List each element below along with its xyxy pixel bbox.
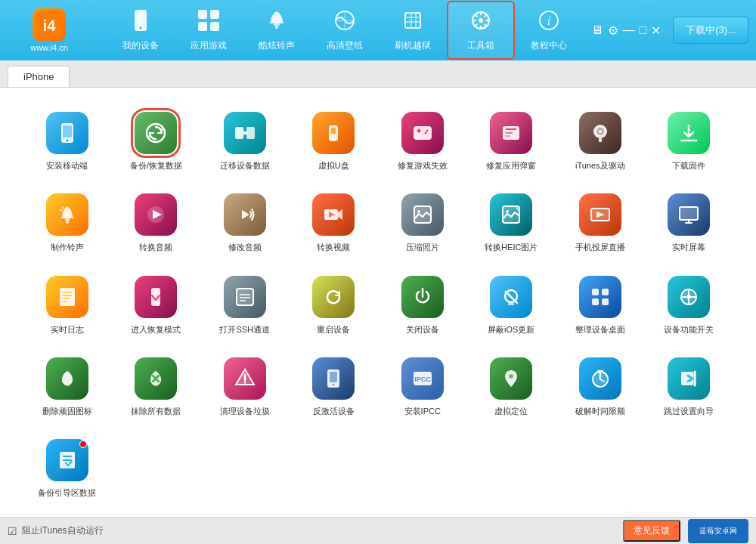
svg-point-9: [275, 26, 278, 29]
tool-ssh-tunnel[interactable]: 打开SSH通道: [200, 267, 290, 341]
fix-popup-label: 修复应用弹窗: [486, 160, 536, 171]
break-timelimit-label: 破解时间限额: [575, 406, 625, 416]
apps-nav-icon: [197, 8, 221, 36]
compress-photo-label: 压缩照片: [406, 242, 439, 252]
svg-rect-34: [235, 127, 243, 139]
tool-realtime-log[interactable]: 实时日志: [23, 267, 112, 341]
svg-rect-51: [599, 138, 602, 142]
tool-clean-junk[interactable]: 清理设备垃圾: [200, 348, 290, 422]
tool-delete-icon[interactable]: 删除顽固图标: [23, 348, 112, 422]
download-button[interactable]: 下载中(3)...: [673, 17, 748, 44]
tool-deactivate[interactable]: 反激活设备: [290, 348, 379, 422]
toolbox-nav-icon: [469, 8, 493, 36]
tool-restart-device[interactable]: 重启设备: [290, 267, 379, 341]
svg-rect-38: [330, 139, 336, 141]
main-content: 安装移动端备份/恢复数据迁移设备数据虚拟U盘修复游戏失效修复应用弹窗iTunes…: [0, 88, 756, 517]
convert-video-label: 转换视频: [317, 242, 350, 252]
tool-organize-desktop[interactable]: 整理设备桌面: [556, 267, 645, 341]
svg-point-110: [509, 374, 513, 379]
recovery-mode-icon: [135, 276, 177, 318]
close-window-icon[interactable]: ✕: [651, 23, 661, 38]
svg-rect-47: [505, 135, 510, 137]
tool-shutdown-device[interactable]: 关闭设备: [378, 267, 467, 341]
tool-compress-photo[interactable]: 压缩照片: [378, 184, 467, 258]
skip-setup-icon: [668, 357, 710, 400]
svg-point-54: [66, 221, 69, 224]
svg-point-107: [333, 384, 334, 385]
nav-item-apps[interactable]: 应用游戏: [175, 2, 243, 58]
svg-point-50: [599, 130, 602, 133]
minimize-icon[interactable]: 🖥: [591, 23, 603, 37]
tool-migrate[interactable]: 迁移设备数据: [200, 103, 290, 177]
nav-item-toolbox[interactable]: 工具箱: [447, 1, 515, 60]
virtual-usb-icon: [312, 112, 355, 154]
tool-backup-bootloader[interactable]: 备份引导区数据: [23, 430, 112, 504]
my-device-nav-label: 我的设备: [122, 39, 159, 52]
tool-install-ipcc[interactable]: IPCC安装IPCC: [378, 348, 467, 422]
tool-convert-video[interactable]: 转换视频: [290, 184, 379, 258]
virtual-usb-label: 虚拟U盘: [318, 160, 349, 171]
maximize-window-icon[interactable]: □: [640, 23, 647, 37]
tool-fix-popup[interactable]: 修复应用弹窗: [467, 103, 556, 177]
backup-bootloader-label: 备份引导区数据: [38, 487, 96, 498]
tool-erase-data[interactable]: 抹除所有数据: [112, 348, 201, 422]
svg-line-23: [475, 14, 477, 17]
jailbreak-nav-icon: [401, 8, 425, 36]
itunes-driver-icon: [579, 112, 621, 154]
nav-item-tutorial[interactable]: i教程中心: [515, 2, 583, 58]
svg-line-26: [475, 24, 477, 26]
download-firmware-icon: [668, 112, 710, 154]
svg-text:i4: i4: [43, 17, 57, 34]
svg-rect-90: [592, 289, 599, 295]
tool-device-switch[interactable]: 设备功能开关: [645, 267, 734, 341]
organize-desktop-icon: [579, 276, 621, 318]
make-ringtone-label: 制作铃声: [51, 242, 84, 252]
fix-audio-label: 修改音频: [228, 242, 262, 252]
svg-point-42: [426, 130, 428, 132]
tool-fix-audio[interactable]: 修改音频: [200, 184, 290, 258]
tool-fake-location[interactable]: 虚拟定位: [467, 348, 556, 422]
tool-install-app[interactable]: 安装移动端: [23, 103, 112, 177]
tool-virtual-usb[interactable]: 虚拟U盘: [290, 103, 379, 177]
tool-convert-audio[interactable]: 转换音频: [112, 184, 201, 258]
itunes-driver-label: iTunes及驱动: [575, 160, 625, 171]
backup-restore-label: 备份/恢复数据: [130, 160, 182, 171]
nav-item-wallpaper[interactable]: 高清壁纸: [311, 2, 379, 58]
svg-point-63: [417, 210, 420, 213]
clean-junk-icon: [224, 357, 266, 400]
tool-block-ios[interactable]: 屏蔽iOS更新: [467, 267, 556, 341]
tool-fix-games[interactable]: 修复游戏失效: [378, 103, 467, 177]
erase-data-label: 抹除所有数据: [131, 406, 181, 416]
tool-skip-setup[interactable]: 跳过设置向导: [645, 348, 734, 422]
svg-rect-39: [414, 126, 432, 140]
svg-text:i: i: [547, 14, 550, 27]
device-switch-icon: [668, 276, 710, 318]
tool-backup-restore[interactable]: 备份/恢复数据: [112, 103, 201, 177]
delete-icon-icon: [46, 357, 88, 400]
svg-line-25: [484, 14, 486, 17]
minimize-window-icon[interactable]: —: [623, 23, 635, 37]
realtime-screen-icon: [668, 193, 710, 236]
nav-item-ringtones[interactable]: 酷炫铃声: [243, 2, 311, 58]
svg-rect-106: [330, 372, 337, 382]
nav-item-my-device[interactable]: 我的设备: [107, 2, 175, 58]
tool-break-timelimit[interactable]: 破解时间限额: [556, 348, 645, 422]
settings-icon[interactable]: ⚙: [608, 23, 618, 38]
fake-location-icon: [490, 357, 532, 400]
tool-itunes-driver[interactable]: iTunes及驱动: [556, 103, 645, 177]
tool-download-firmware[interactable]: 下载固件: [645, 103, 734, 177]
feedback-button[interactable]: 意见反馈: [623, 520, 680, 542]
tool-convert-heic[interactable]: 转换HEIC图片: [467, 184, 556, 258]
tool-make-ringtone[interactable]: 制作铃声: [23, 184, 112, 258]
svg-rect-89: [508, 303, 514, 305]
convert-heic-label: 转换HEIC图片: [485, 242, 538, 252]
tool-screen-mirror[interactable]: 手机投屏直播: [556, 184, 645, 258]
nav-item-jailbreak[interactable]: 刷机越狱: [379, 2, 447, 58]
iphone-tab[interactable]: iPhone: [8, 66, 70, 87]
deactivate-icon: [312, 357, 355, 400]
shutdown-device-label: 关闭设备: [406, 324, 439, 335]
tool-recovery-mode[interactable]: 进入恢复模式: [112, 267, 201, 341]
itunes-checkbox[interactable]: ☑: [8, 525, 17, 537]
tool-realtime-screen[interactable]: 实时屏幕: [645, 184, 734, 258]
header: i4 www.i4.cn 我的设备应用游戏酷炫铃声高清壁纸刷机越狱工具箱i教程中…: [0, 0, 756, 60]
